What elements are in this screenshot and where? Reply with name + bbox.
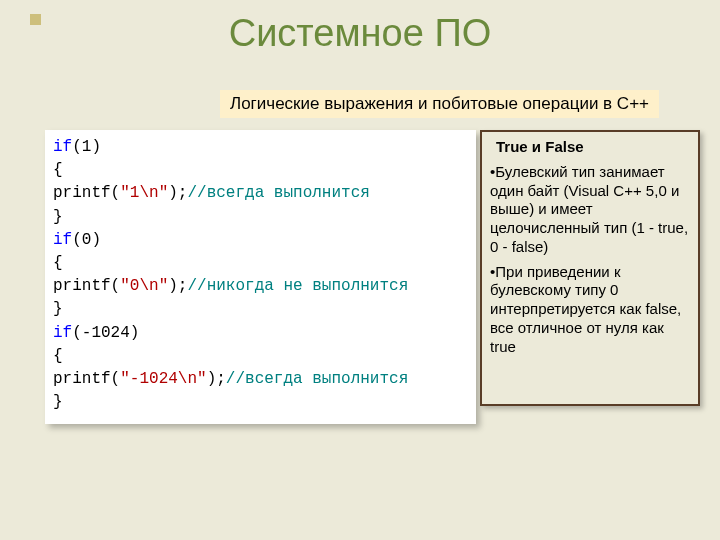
comment: //никогда не выполнится <box>187 277 408 295</box>
keyword-if: if <box>53 324 72 342</box>
code-line: printf("-1024\n");//всегда выполнится <box>53 368 468 391</box>
info-heading: True и False <box>496 138 690 157</box>
string-literal: "-1024\n" <box>120 370 206 388</box>
code-line: if(0) <box>53 229 468 252</box>
code-line: printf("0\n");//никогда не выполнится <box>53 275 468 298</box>
comment: //всегда выполнится <box>187 184 369 202</box>
subtitle-banner: Логические выражения и побитовые операци… <box>220 90 659 118</box>
code-line: } <box>53 206 468 229</box>
code-text: ); <box>168 277 187 295</box>
code-line: if(1) <box>53 136 468 159</box>
code-text: printf( <box>53 370 120 388</box>
string-literal: "0\n" <box>120 277 168 295</box>
code-line: printf("1\n");//всегда выполнится <box>53 182 468 205</box>
slide: Системное ПО Логические выражения и поби… <box>0 0 720 540</box>
code-line: { <box>53 159 468 182</box>
code-line: { <box>53 345 468 368</box>
code-text: ); <box>207 370 226 388</box>
string-literal: "1\n" <box>120 184 168 202</box>
code-text: (0) <box>72 231 101 249</box>
code-text: (-1024) <box>72 324 139 342</box>
code-block: if(1) { printf("1\n");//всегда выполнитс… <box>45 130 476 424</box>
code-text: printf( <box>53 277 120 295</box>
code-text: printf( <box>53 184 120 202</box>
code-line: { <box>53 252 468 275</box>
code-text: (1) <box>72 138 101 156</box>
info-box: True и False •Булевский тип занимает оди… <box>480 130 700 406</box>
info-text: При приведении к булевскому типу 0 интер… <box>490 263 681 355</box>
page-title: Системное ПО <box>0 12 720 55</box>
code-line: } <box>53 391 468 414</box>
keyword-if: if <box>53 231 72 249</box>
code-line: if(-1024) <box>53 322 468 345</box>
code-line: } <box>53 298 468 321</box>
info-bullet: •При приведении к булевскому типу 0 инте… <box>490 263 690 357</box>
comment: //всегда выполнится <box>226 370 408 388</box>
keyword-if: if <box>53 138 72 156</box>
info-text: Булевский тип занимает один байт (Visual… <box>490 163 688 255</box>
info-bullet: •Булевский тип занимает один байт (Visua… <box>490 163 690 257</box>
code-text: ); <box>168 184 187 202</box>
